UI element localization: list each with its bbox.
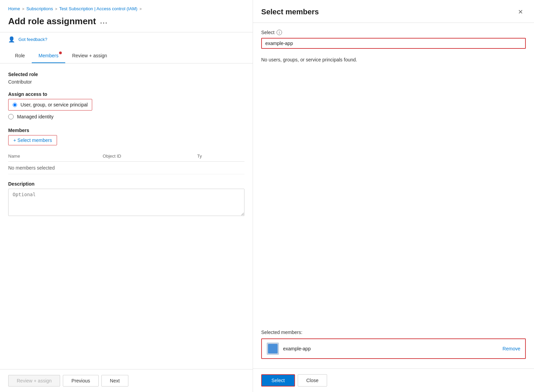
- members-table-header: Name Object ID Ty: [8, 151, 244, 162]
- search-input[interactable]: [261, 38, 526, 49]
- tab-review-assign[interactable]: Review + assign: [65, 49, 114, 63]
- breadcrumb-iam[interactable]: Test Subscription | Access control (IAM): [59, 6, 138, 11]
- review-assign-button: Review + assign: [8, 375, 60, 387]
- more-options-icon[interactable]: ...: [100, 17, 108, 25]
- drawer-select-button[interactable]: Select: [261, 374, 295, 387]
- managed-identity-option[interactable]: Managed identity: [8, 114, 244, 119]
- feedback-bar[interactable]: 👤 Got feedback?: [0, 32, 253, 46]
- tabs: Role Members Review + assign: [0, 49, 253, 63]
- members-dot: [59, 52, 62, 54]
- no-results-message: No users, groups, or service principals …: [261, 54, 526, 65]
- description-section: Description: [8, 181, 244, 217]
- tab-review-label: Review + assign: [72, 53, 107, 58]
- drawer-title: Select members: [261, 8, 319, 16]
- feedback-icon: 👤: [8, 36, 15, 43]
- description-input[interactable]: [8, 189, 244, 216]
- selected-members-label: Selected members:: [261, 330, 526, 335]
- empty-message: No members selected: [8, 165, 55, 171]
- member-info: example-app: [267, 343, 311, 355]
- avatar-inner: [268, 344, 278, 353]
- breadcrumb: Home > Subscriptions > Test Subscription…: [0, 0, 253, 15]
- tab-role-label: Role: [15, 53, 25, 58]
- user-group-radio[interactable]: [13, 103, 17, 107]
- select-members-label: + Select members: [13, 137, 52, 143]
- previous-button[interactable]: Previous: [63, 375, 98, 387]
- breadcrumb-subscriptions[interactable]: Subscriptions: [26, 6, 53, 11]
- table-empty-row: No members selected: [8, 162, 244, 174]
- drawer-header: Select members ✕: [253, 0, 534, 23]
- select-members-drawer: Select members ✕ Select i No users, grou…: [253, 0, 534, 392]
- drawer-close-button[interactable]: Close: [298, 374, 327, 387]
- drawer-body: Select i No users, groups, or service pr…: [253, 23, 534, 368]
- feedback-label: Got feedback?: [18, 37, 47, 42]
- selected-member-item: example-app Remove: [261, 338, 526, 359]
- drawer-footer: Select Close: [253, 368, 534, 392]
- col-object-id: Object ID: [103, 154, 197, 159]
- breadcrumb-home[interactable]: Home: [8, 6, 20, 11]
- left-panel: Home > Subscriptions > Test Subscription…: [0, 0, 253, 392]
- member-avatar: [267, 343, 279, 355]
- user-group-option[interactable]: User, group, or service principal: [8, 99, 92, 111]
- tab-members[interactable]: Members: [32, 49, 65, 63]
- managed-identity-label: Managed identity: [17, 114, 54, 119]
- bottom-bar: Review + assign Previous Next: [0, 369, 253, 392]
- page-title: Add role assignment: [8, 16, 96, 27]
- breadcrumb-sep-2: >: [55, 7, 57, 11]
- col-name: Name: [8, 154, 103, 159]
- form-content: Selected role Contributor Assign access …: [0, 63, 253, 369]
- breadcrumb-sep-3: >: [139, 7, 141, 11]
- col-type: Ty: [197, 154, 244, 159]
- select-label: Select i: [261, 30, 526, 35]
- breadcrumb-sep-1: >: [22, 7, 24, 11]
- remove-member-button[interactable]: Remove: [503, 346, 520, 351]
- info-icon[interactable]: i: [277, 30, 282, 35]
- select-label-text: Select: [261, 30, 275, 35]
- tab-role[interactable]: Role: [8, 49, 32, 63]
- assign-access-label: Assign access to: [8, 91, 244, 97]
- members-section: Members + Select members Name Object ID …: [8, 128, 244, 174]
- access-type-group: User, group, or service principal Manage…: [8, 99, 244, 119]
- tab-members-label: Members: [39, 53, 58, 58]
- members-label: Members: [8, 128, 244, 133]
- selected-role-value: Contributor: [8, 79, 244, 85]
- drawer-close-icon[interactable]: ✕: [515, 7, 526, 17]
- next-button[interactable]: Next: [101, 375, 128, 387]
- managed-identity-radio[interactable]: [8, 114, 14, 119]
- select-members-button[interactable]: + Select members: [8, 135, 57, 145]
- user-group-label: User, group, or service principal: [20, 102, 88, 107]
- page-title-container: Add role assignment ...: [0, 15, 253, 32]
- description-label: Description: [8, 181, 244, 187]
- selected-role-label: Selected role: [8, 72, 244, 77]
- member-name: example-app: [283, 346, 311, 351]
